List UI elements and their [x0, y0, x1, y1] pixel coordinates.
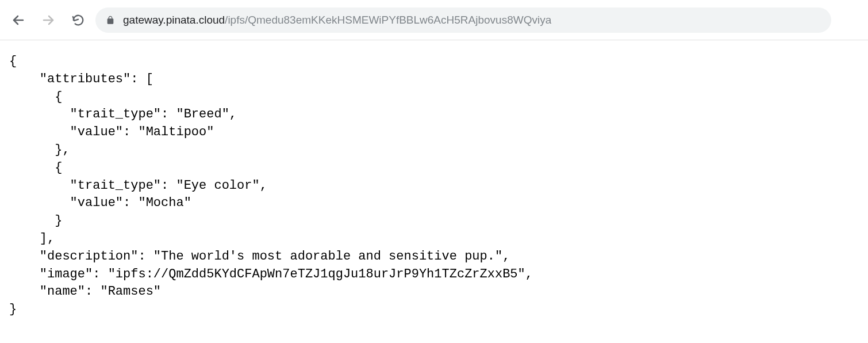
arrow-left-icon — [11, 13, 25, 27]
json-content: { "attributes": [ { "trait_type": "Breed… — [0, 40, 868, 331]
url-path: /ipfs/Qmedu83emKKekHSMEWiPYfBBLw6AcH5RAj… — [225, 14, 551, 26]
back-button[interactable] — [11, 13, 25, 27]
url-domain: gateway.pinata.cloud — [123, 14, 225, 26]
json-text: { "attributes": [ { "trait_type": "Breed… — [9, 54, 533, 317]
browser-toolbar: gateway.pinata.cloud/ipfs/Qmedu83emKKekH… — [0, 0, 868, 40]
reload-button[interactable] — [71, 13, 85, 27]
nav-buttons — [11, 13, 85, 27]
address-bar[interactable]: gateway.pinata.cloud/ipfs/Qmedu83emKKekH… — [95, 7, 831, 33]
url-text: gateway.pinata.cloud/ipfs/Qmedu83emKKekH… — [123, 14, 551, 26]
forward-button[interactable] — [41, 13, 55, 27]
reload-icon — [72, 14, 85, 26]
arrow-right-icon — [41, 13, 55, 27]
lock-icon[interactable] — [106, 16, 115, 25]
